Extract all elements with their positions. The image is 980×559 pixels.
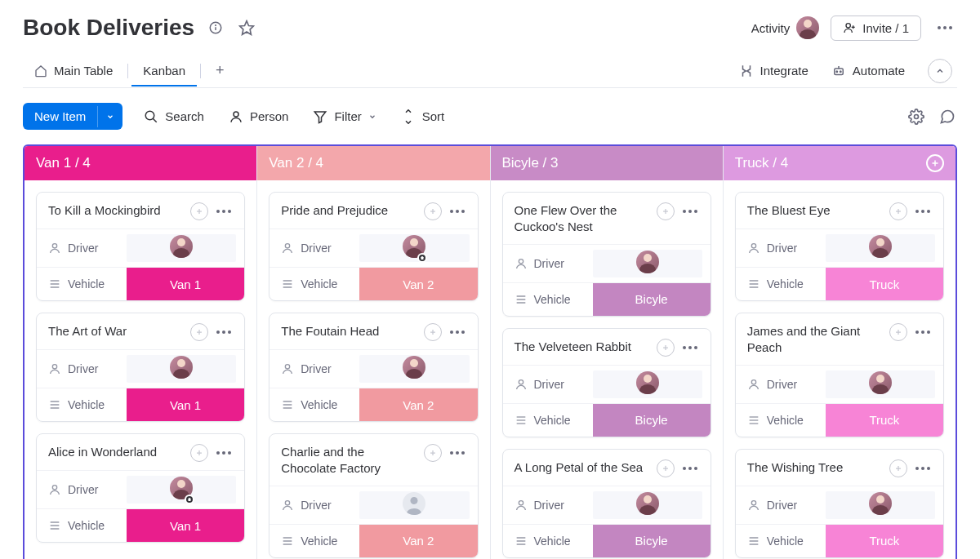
add-update-icon[interactable] — [190, 444, 208, 462]
add-update-icon[interactable] — [190, 202, 208, 220]
kanban-card[interactable]: The Bluest EyeDriverVehicleTruck — [735, 192, 944, 301]
new-item-dropdown[interactable] — [97, 106, 122, 127]
list-icon — [48, 398, 61, 411]
vehicle-chip[interactable]: Truck — [826, 404, 943, 437]
column-header[interactable]: Truck / 4 — [724, 146, 956, 180]
kanban-card[interactable]: Alice in WonderlandDriverVehicleVan 1 — [36, 433, 245, 543]
activity-button[interactable]: Activity — [751, 16, 820, 39]
vehicle-chip[interactable]: Van 1 — [127, 388, 244, 421]
svg-point-36 — [286, 244, 290, 248]
chevron-down-icon — [106, 113, 114, 121]
card-menu-button[interactable] — [448, 208, 466, 215]
card-menu-button[interactable] — [681, 208, 699, 215]
add-update-icon[interactable] — [657, 202, 675, 220]
vehicle-chip[interactable]: Van 2 — [359, 525, 477, 557]
driver-cell[interactable] — [359, 355, 469, 383]
filter-button[interactable]: Filter — [310, 106, 379, 127]
sort-button[interactable]: Sort — [398, 106, 448, 127]
integrate-button[interactable]: Integrate — [739, 64, 808, 78]
card-menu-button[interactable] — [914, 465, 932, 472]
add-update-icon[interactable] — [424, 444, 442, 462]
kanban-card[interactable]: Charlie and the Chocolate FactoryDriverV… — [269, 433, 478, 558]
card-menu-button[interactable] — [914, 329, 932, 335]
home-badge-icon — [185, 495, 194, 504]
kanban-board: Van 1 / 4To Kill a MockingbirdDriverVehi… — [23, 144, 957, 559]
add-update-icon[interactable] — [657, 339, 675, 357]
star-icon[interactable] — [237, 18, 256, 38]
card-menu-button[interactable] — [448, 450, 466, 456]
kanban-card[interactable]: One Flew Over the Cuckoo's NestDriverVeh… — [502, 192, 711, 317]
kanban-card[interactable]: The Wishing TreeDriverVehicleTruck — [735, 449, 944, 558]
add-view-button[interactable]: + — [204, 54, 236, 87]
driver-cell[interactable] — [593, 370, 702, 398]
kanban-card[interactable]: The Velveteen RabbitDriverVehicleBicyle — [502, 328, 711, 437]
vehicle-chip[interactable]: Bicyle — [593, 525, 710, 557]
add-update-icon[interactable] — [424, 202, 442, 220]
vehicle-chip[interactable]: Bicyle — [593, 283, 710, 316]
vehicle-chip[interactable]: Van 2 — [359, 268, 477, 300]
driver-cell[interactable] — [127, 234, 236, 262]
add-update-icon[interactable] — [657, 459, 675, 477]
add-update-icon[interactable] — [889, 459, 907, 477]
column-header[interactable]: Van 2 / 4 — [257, 146, 489, 180]
tab-label: Kanban — [143, 64, 185, 78]
collapse-button[interactable] — [928, 59, 952, 83]
column-header[interactable]: Bicyle / 3 — [491, 146, 723, 180]
card-menu-button[interactable] — [215, 329, 233, 335]
kanban-card[interactable]: A Long Petal of the SeaDriverVehicleBicy… — [502, 449, 711, 558]
add-update-icon[interactable] — [424, 323, 442, 341]
vehicle-row: VehicleBicyle — [503, 524, 710, 557]
column-body: To Kill a MockingbirdDriverVehicleVan 1T… — [24, 180, 256, 554]
card-title: James and the Giant Peach — [747, 323, 883, 357]
chat-icon[interactable] — [938, 107, 957, 126]
kanban-card[interactable]: Pride and PrejudiceDriverVehicleVan 2 — [269, 192, 478, 301]
card-menu-button[interactable] — [681, 465, 699, 472]
card-menu-button[interactable] — [215, 450, 233, 456]
add-update-icon[interactable] — [190, 323, 208, 341]
driver-cell[interactable] — [359, 234, 469, 262]
tab-kanban[interactable]: Kanban — [131, 55, 197, 86]
vehicle-chip[interactable]: Truck — [826, 268, 943, 300]
driver-cell[interactable] — [359, 491, 469, 519]
vehicle-label: Vehicle — [270, 525, 359, 557]
info-icon[interactable] — [206, 18, 225, 38]
column-header[interactable]: Van 1 / 4 — [24, 146, 256, 180]
driver-cell[interactable] — [593, 250, 702, 277]
add-card-icon[interactable] — [926, 154, 944, 172]
driver-avatar — [170, 356, 193, 379]
driver-avatar — [403, 356, 425, 379]
driver-cell[interactable] — [826, 234, 935, 262]
tab-main-table[interactable]: Main Table — [23, 55, 124, 86]
search-button[interactable]: Search — [140, 106, 207, 127]
driver-cell[interactable] — [826, 370, 935, 398]
automate-button[interactable]: Automate — [831, 64, 905, 78]
new-item-button[interactable]: New Item — [23, 103, 122, 130]
kanban-card[interactable]: To Kill a MockingbirdDriverVehicleVan 1 — [36, 192, 245, 301]
invite-button[interactable]: Invite / 1 — [831, 16, 921, 41]
card-menu-button[interactable] — [914, 208, 932, 215]
person-filter-button[interactable]: Person — [225, 106, 292, 127]
kanban-card[interactable]: The Foutain HeadDriverVehicleVan 2 — [269, 313, 478, 422]
kanban-card[interactable]: James and the Giant PeachDriverVehicleTr… — [735, 313, 944, 437]
vehicle-chip[interactable]: Van 2 — [359, 388, 477, 421]
vehicle-chip[interactable]: Van 1 — [127, 509, 244, 542]
driver-cell[interactable] — [826, 491, 935, 519]
card-menu-button[interactable] — [681, 344, 699, 351]
card-menu-button[interactable] — [448, 329, 466, 335]
driver-cell[interactable] — [127, 476, 236, 504]
add-update-icon[interactable] — [889, 323, 907, 341]
vehicle-chip[interactable]: Truck — [826, 525, 943, 557]
settings-icon[interactable] — [906, 107, 926, 126]
vehicle-chip[interactable]: Van 1 — [127, 268, 244, 300]
driver-cell[interactable] — [127, 355, 236, 383]
kanban-card[interactable]: The Art of WarDriverVehicleVan 1 — [36, 313, 245, 422]
card-title: To Kill a Mockingbird — [48, 202, 161, 219]
add-update-icon[interactable] — [889, 202, 907, 220]
svg-point-24 — [52, 365, 56, 369]
board-menu-button[interactable] — [933, 21, 957, 34]
driver-cell[interactable] — [593, 491, 702, 519]
column-body: One Flew Over the Cuckoo's NestDriverVeh… — [491, 180, 723, 559]
person-icon — [747, 499, 760, 512]
vehicle-chip[interactable]: Bicyle — [593, 404, 710, 437]
card-menu-button[interactable] — [215, 208, 233, 215]
